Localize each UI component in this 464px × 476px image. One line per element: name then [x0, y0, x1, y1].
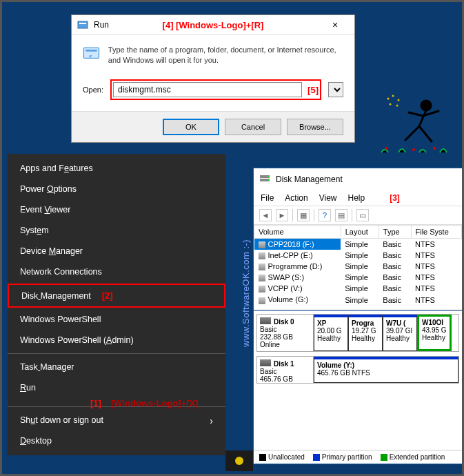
help-icon[interactable]: ?	[319, 209, 331, 221]
ctx-item[interactable]: System	[8, 220, 225, 241]
volume-icon	[259, 275, 265, 281]
table-row[interactable]: SWAP (S:)SimpleBasicNTFS	[254, 272, 462, 283]
menu-file[interactable]: File	[261, 193, 274, 203]
ctx-item[interactable]: Disk Management[2]	[8, 284, 225, 308]
table-row[interactable]: CPP2018 (F:)SimpleBasicNTFS	[254, 239, 462, 250]
svg-rect-1	[79, 23, 86, 24]
dm-titlebar[interactable]: Disk Management	[254, 168, 462, 190]
disk-icon	[260, 359, 271, 366]
volume-table[interactable]: VolumeLayoutTypeFile Syste CPP2018 (F:)S…	[254, 225, 462, 306]
ctx-item[interactable]: Network Connections	[8, 261, 225, 282]
legend-item: Extended partition	[381, 453, 445, 461]
column-header[interactable]: Volume	[254, 226, 341, 239]
annotation-3: [3]	[390, 193, 400, 203]
disk-management-window: Disk Management File Action View Help [3…	[253, 168, 463, 464]
svg-rect-0	[78, 21, 88, 28]
taskbar-fragment[interactable]	[225, 450, 253, 471]
run-button-row: OK Cancel Browse...	[72, 111, 354, 142]
run-dialog: Run [4] [Windows-Logo]+[R] × Type the na…	[71, 14, 355, 143]
cancel-button[interactable]: Cancel	[225, 119, 281, 135]
browse-button[interactable]: Browse...	[287, 119, 343, 135]
table-row[interactable]: Volume (G:)SimpleBasicNTFS	[254, 294, 462, 305]
svg-point-10	[392, 95, 394, 97]
open-label: Open:	[83, 86, 103, 94]
run-icon	[77, 19, 88, 30]
svg-point-15	[412, 148, 415, 151]
partition[interactable]: W10OI43.95 GHealthy	[417, 315, 452, 351]
column-header[interactable]: Type	[379, 226, 411, 239]
run-body: Type the name of a program, folder, docu…	[72, 35, 354, 75]
menu-action[interactable]: Action	[285, 193, 307, 203]
runner-doodle	[378, 92, 454, 161]
ctx-item[interactable]: Task Manager	[8, 357, 225, 377]
menu-help[interactable]: Help	[348, 193, 365, 203]
svg-rect-3	[85, 50, 97, 52]
disk-1-row[interactable]: Disk 1 Basic 465.76 GB Volume (Y:) 465.7…	[256, 356, 459, 384]
app-icon	[233, 455, 245, 467]
winx-context-menu: Apps and FeaturesPower OptionsEvent View…	[8, 154, 225, 455]
annotation-1: [1]	[90, 398, 101, 408]
ctx-item[interactable]: Windows PowerShell (Admin)	[8, 330, 225, 350]
toolbar-icon[interactable]: ▤	[335, 209, 347, 221]
volume-icon	[259, 241, 265, 248]
ctx-item[interactable]: Windows PowerShell	[8, 309, 225, 330]
back-icon[interactable]: ◄	[259, 209, 272, 221]
legend-item: Unallocated	[259, 453, 305, 461]
partition[interactable]: Progra19.27 GHealthy	[348, 315, 383, 351]
toolbar-icon[interactable]: ▭	[356, 209, 369, 221]
svg-point-11	[398, 99, 400, 101]
svg-point-6	[268, 176, 269, 177]
annotation-2: [2]	[102, 290, 113, 301]
volume-icon	[259, 252, 265, 259]
ctx-item[interactable]: Shut down or sign out	[8, 410, 225, 430]
svg-point-9	[387, 98, 390, 100]
svg-rect-2	[83, 48, 99, 58]
table-row[interactable]: Programme (D:)SimpleBasicNTFS	[254, 261, 462, 272]
dm-title: Disk Management	[276, 175, 343, 184]
table-row[interactable]: VCPP (V:)SimpleBasicNTFS	[254, 283, 462, 294]
svg-point-17	[235, 457, 243, 465]
disk-1-info: Disk 1 Basic 465.76 GB	[257, 357, 314, 383]
ctx-item[interactable]: Apps and Features	[8, 158, 225, 179]
run-input[interactable]	[113, 82, 302, 97]
svg-point-16	[433, 147, 436, 150]
dm-legend: UnallocatedPrimary partitionExtended par…	[254, 450, 462, 464]
svg-point-12	[390, 103, 392, 106]
forward-icon[interactable]: ►	[276, 209, 288, 221]
dm-menubar: File Action View Help [3]	[254, 190, 462, 206]
legend-item: Primary partition	[313, 453, 372, 461]
ctx-item[interactable]: Power Options	[8, 179, 225, 199]
ctx-item[interactable]: Device Manager	[8, 241, 225, 261]
dm-toolbar: ◄ ► ▦ ? ▤ ▭	[254, 206, 462, 225]
run-app-icon	[83, 45, 100, 70]
ctx-item[interactable]: Desktop	[8, 430, 225, 451]
disk-0-row[interactable]: Disk 0 Basic 232.88 GB Online XP20.00 GH…	[256, 314, 459, 352]
partition[interactable]: Volume (Y:) 465.76 GB NTFS	[314, 357, 458, 383]
disk-icon	[259, 172, 270, 186]
ok-button[interactable]: OK	[163, 119, 219, 135]
svg-point-7	[268, 179, 269, 181]
disk-graphic-section: Disk 0 Basic 232.88 GB Online XP20.00 GH…	[254, 310, 462, 390]
table-row[interactable]: Inet-CPP (E:)SimpleBasicNTFS	[254, 250, 462, 261]
column-header[interactable]: File Syste	[411, 226, 462, 239]
watermark-text: www.SoftwareOK.com :-)	[241, 239, 251, 347]
run-input-row: Open: [5]	[72, 75, 354, 111]
close-icon[interactable]: ×	[321, 19, 349, 30]
menu-view[interactable]: View	[319, 193, 337, 203]
partition[interactable]: XP20.00 GHealthy	[314, 315, 348, 351]
partition[interactable]: W7U (39.07 GIHealthy	[383, 315, 417, 351]
toolbar-icon[interactable]: ▦	[297, 209, 310, 221]
annotation-1b: [Windows-Logo]+[X]	[111, 398, 199, 408]
run-dropdown[interactable]	[328, 82, 343, 97]
annotation-5: [5]	[307, 85, 319, 95]
ctx-item[interactable]: Run	[8, 377, 225, 398]
ctx-item[interactable]: Event Viewer	[8, 199, 225, 220]
run-description: Type the name of a program, folder, docu…	[108, 45, 343, 70]
svg-point-8	[421, 101, 431, 110]
disk-icon	[260, 317, 271, 324]
column-header[interactable]: Layout	[341, 226, 379, 239]
run-input-highlight: [5]	[110, 79, 321, 100]
svg-point-13	[396, 105, 399, 107]
run-titlebar[interactable]: Run [4] [Windows-Logo]+[R] ×	[72, 15, 354, 35]
annotation-4: [4] [Windows-Logo]+[R]	[163, 20, 264, 30]
